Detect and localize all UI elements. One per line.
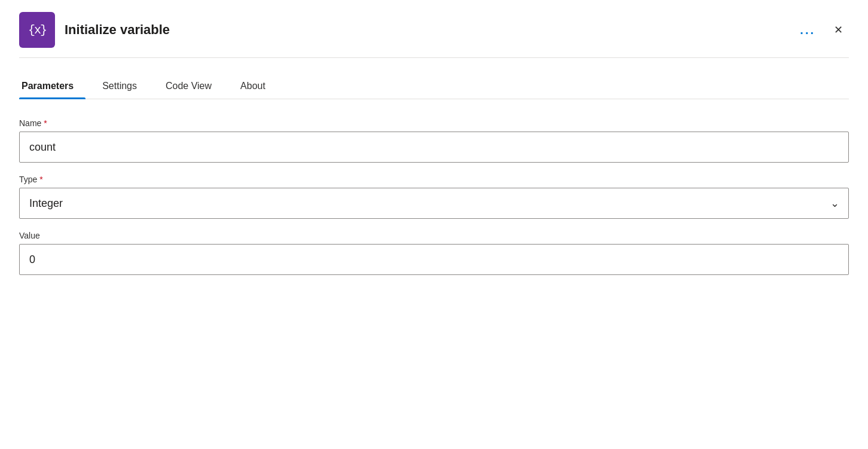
close-button[interactable]: ✕ (827, 19, 849, 41)
type-required-star: * (39, 175, 42, 184)
header: {x} Initialize variable ... ✕ (19, 12, 849, 58)
value-input[interactable] (19, 244, 849, 275)
type-select[interactable]: Integer Float Boolean String Object Arra… (19, 188, 849, 219)
value-label: Value (19, 231, 849, 240)
action-icon-label: {x} (28, 23, 46, 37)
name-required-star: * (44, 118, 47, 128)
type-select-wrapper: Integer Float Boolean String Object Arra… (19, 188, 849, 219)
tab-settings[interactable]: Settings (100, 75, 149, 99)
name-label: Name * (19, 118, 849, 128)
tab-code-view[interactable]: Code View (163, 75, 224, 99)
page-title: Initialize variable (65, 22, 170, 38)
name-input[interactable] (19, 132, 849, 163)
name-field: Name * (19, 118, 849, 163)
tab-parameters[interactable]: Parameters (19, 75, 85, 99)
tabs-container: Parameters Settings Code View About (19, 75, 849, 99)
value-field: Value (19, 231, 849, 275)
type-field: Type * Integer Float Boolean String Obje… (19, 175, 849, 219)
header-right: ... ✕ (795, 19, 849, 41)
type-label: Type * (19, 175, 849, 184)
form-container: Name * Type * Integer Float Boolean Stri… (19, 118, 849, 275)
page-container: {x} Initialize variable ... ✕ Parameters… (0, 0, 868, 449)
tab-about[interactable]: About (238, 75, 277, 99)
action-icon: {x} (19, 12, 55, 48)
more-options-button[interactable]: ... (795, 21, 820, 39)
header-left: {x} Initialize variable (19, 12, 170, 48)
